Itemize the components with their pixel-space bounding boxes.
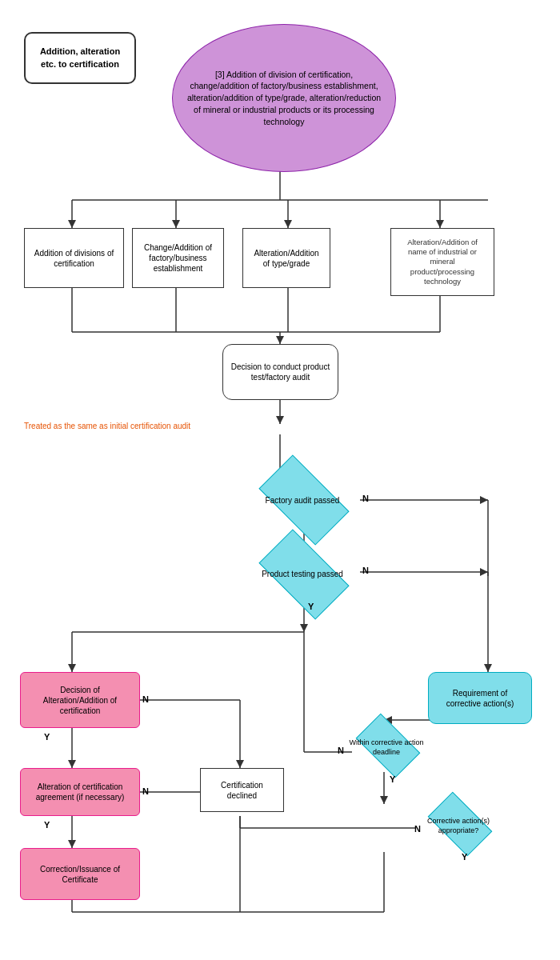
factory-audit-label: Factory audit passed bbox=[254, 480, 350, 520]
box-alteration-type: Alteration/Addition of type/grade bbox=[242, 228, 330, 288]
box-alteration-name: Alteration/Addition of name of industria… bbox=[390, 228, 494, 296]
svg-marker-44 bbox=[236, 760, 244, 768]
svg-marker-26 bbox=[480, 568, 488, 576]
flowchart: Addition, alteration etc. to certificati… bbox=[0, 0, 560, 960]
box-correction-issuance: Correction/Issuance of Certificate bbox=[20, 848, 140, 900]
svg-marker-3 bbox=[68, 220, 76, 228]
svg-marker-28 bbox=[300, 624, 308, 632]
alteration-agreement-y-label: Y bbox=[44, 820, 50, 830]
box-change-factory: Change/Addition of factory/business esta… bbox=[132, 228, 224, 288]
factory-audit-n-label: N bbox=[362, 494, 369, 503]
box-requirement-corrective: Requirement of corrective action(s) bbox=[428, 672, 532, 724]
corrective-appropriate-n-label: N bbox=[414, 824, 421, 834]
product-testing-label: Product testing passed bbox=[254, 554, 350, 594]
treated-same-label: Treated as the same as initial certifica… bbox=[24, 422, 190, 430]
svg-marker-5 bbox=[172, 220, 180, 228]
corrective-appropriate-y-label: Y bbox=[462, 852, 467, 862]
svg-marker-7 bbox=[284, 220, 292, 228]
box-decision-conduct: Decision to conduct product test/factory… bbox=[222, 344, 338, 400]
svg-marker-36 bbox=[68, 760, 76, 768]
svg-marker-9 bbox=[436, 220, 444, 228]
svg-marker-48 bbox=[380, 796, 388, 804]
corrective-appropriate-label: Corrective action(s) appropriate? bbox=[418, 804, 498, 848]
box-certification-declined: Certification declined bbox=[200, 768, 284, 812]
within-deadline-label: Within corrective action deadline bbox=[346, 726, 426, 770]
main-ellipse: [3] Addition of division of certificatio… bbox=[172, 24, 396, 172]
box-alteration-agreement: Alteration of certification agreement (i… bbox=[20, 768, 140, 816]
product-testing-n-label: N bbox=[362, 566, 369, 575]
box-decision-alteration: Decision of Alteration/Addition of certi… bbox=[20, 672, 140, 728]
svg-marker-22 bbox=[480, 496, 488, 504]
svg-marker-18 bbox=[276, 416, 284, 424]
svg-marker-33 bbox=[484, 664, 492, 672]
svg-marker-38 bbox=[68, 840, 76, 848]
within-deadline-y-label: Y bbox=[390, 774, 395, 784]
decision-alteration-n-label: N bbox=[142, 694, 149, 704]
decision-alteration-y-label: Y bbox=[44, 732, 50, 742]
within-deadline-n-label: N bbox=[338, 746, 344, 755]
start-box: Addition, alteration etc. to certificati… bbox=[24, 32, 136, 84]
svg-marker-16 bbox=[276, 336, 284, 344]
alteration-agreement-n-label: N bbox=[142, 786, 149, 796]
svg-marker-31 bbox=[68, 664, 76, 672]
box-addition-divisions: Addition of divisions of certification bbox=[24, 228, 124, 288]
product-testing-y-label: Y bbox=[308, 602, 314, 611]
